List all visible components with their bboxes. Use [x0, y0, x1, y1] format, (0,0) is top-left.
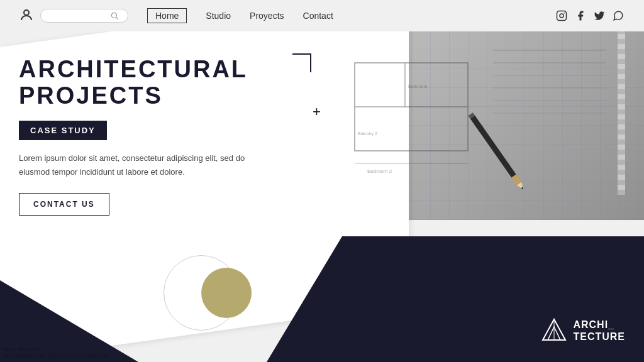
svg-rect-9 — [355, 107, 468, 151]
body-text: Lorem ipsum dolor sit amet, consectetur … — [19, 151, 270, 179]
logo-icon — [541, 318, 567, 343]
blueprint-svg: Bedroom 2 Bathroom Balcony 2 — [304, 38, 619, 226]
facebook-icon[interactable] — [574, 9, 587, 23]
case-study-badge: CASE STUDY — [19, 121, 107, 140]
twitter-icon[interactable] — [592, 9, 606, 23]
search-icon — [110, 11, 119, 20]
svg-point-0 — [24, 10, 29, 15]
user-icon[interactable] — [19, 8, 35, 24]
search-bar[interactable] — [40, 9, 128, 23]
nav-studio[interactable]: Studio — [206, 11, 231, 21]
svg-text:Balcony 2: Balcony 2 — [358, 131, 377, 136]
social-icons — [555, 9, 625, 23]
circle-filled — [201, 268, 252, 318]
nav-home[interactable]: Home — [147, 8, 187, 23]
nav-contact[interactable]: Contact — [303, 11, 333, 21]
contact-us-button[interactable]: CONTACT US — [19, 193, 109, 216]
svg-point-4 — [560, 14, 564, 18]
logo-text: ARCHI_ TECTURE — [573, 319, 625, 343]
svg-line-2 — [116, 18, 118, 19]
logo-area: ARCHI_ TECTURE — [541, 318, 625, 343]
instagram-icon[interactable] — [555, 9, 569, 23]
ruler-strip — [618, 19, 625, 195]
svg-rect-3 — [557, 11, 567, 21]
nav-links: Home Studio Proyects Contact — [147, 8, 333, 23]
content-area: ARCHITECTURAL PROJECTS CASE STUDY Lorem … — [19, 57, 346, 216]
svg-text:Bathroom: Bathroom — [408, 84, 428, 89]
nav-proyects[interactable]: Proyects — [250, 11, 284, 21]
svg-point-1 — [111, 13, 116, 18]
svg-text:Bedroom 2: Bedroom 2 — [367, 168, 392, 174]
page-wrapper: Home Studio Proyects Contact — [0, 0, 644, 362]
whatsapp-icon[interactable] — [611, 9, 625, 23]
watermark: www.nipic.com ID:29659028 NO:20211028115… — [3, 346, 110, 359]
navbar: Home Studio Proyects Contact — [0, 0, 644, 31]
svg-point-5 — [564, 13, 565, 14]
search-input[interactable] — [47, 11, 110, 20]
page-title: ARCHITECTURAL PROJECTS — [19, 57, 346, 109]
svg-rect-7 — [355, 63, 405, 107]
